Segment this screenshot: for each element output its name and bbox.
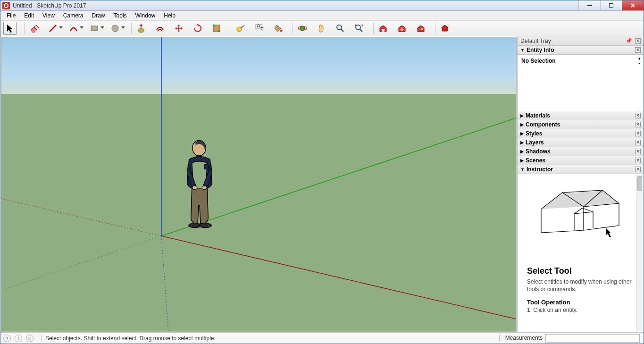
instructor-desc: Select entities to modify when using oth…	[527, 278, 636, 293]
close-button[interactable]: ×	[622, 0, 644, 10]
app-window: Untitled - SketchUp Pro 2017 × FileEditV…	[0, 0, 644, 344]
workspace: Default Tray 📌 × ▼ Entity Info × No Sele…	[0, 36, 644, 332]
menu-draw[interactable]: Draw	[88, 11, 109, 20]
measurements-input[interactable]	[545, 334, 640, 343]
panel-title: Scenes	[526, 157, 545, 164]
menu-window[interactable]: Window	[131, 11, 160, 20]
instructor-illustration	[527, 181, 626, 256]
orbit-tool[interactable]	[296, 22, 309, 35]
scale-figure	[187, 141, 212, 228]
panel-close-icon[interactable]: ×	[635, 158, 641, 163]
rotate-tool[interactable]	[191, 22, 204, 35]
panel-close-icon[interactable]: ×	[635, 47, 641, 53]
menu-edit[interactable]: Edit	[20, 11, 38, 20]
dropdown-arrow-icon[interactable]	[100, 26, 104, 29]
svg-point-16	[356, 25, 360, 30]
warehouse-share[interactable]	[395, 22, 409, 35]
menu-view[interactable]: View	[38, 11, 59, 20]
panel-layers[interactable]: ▶Layers×	[518, 138, 644, 147]
dropdown-arrow-icon[interactable]	[59, 26, 63, 29]
dropdown-arrow-icon[interactable]	[121, 26, 125, 29]
panel-close-icon[interactable]: ×	[635, 113, 641, 118]
window-title: Untitled - SketchUp Pro 2017	[13, 2, 86, 9]
maximize-button[interactable]	[600, 0, 622, 10]
zoom-extents-tool[interactable]	[352, 22, 366, 35]
tray-header[interactable]: Default Tray 📌 ×	[518, 36, 644, 46]
statusbar: ? i ☺ Select objects. Shift to extend se…	[0, 332, 644, 344]
titlebar: Untitled - SketchUp Pro 2017 ×	[0, 0, 644, 11]
svg-text:A1: A1	[257, 24, 264, 29]
info-icon[interactable]: i	[15, 335, 22, 342]
svg-rect-20	[421, 28, 423, 30]
svg-point-14	[337, 25, 342, 30]
dropdown-arrow-icon[interactable]	[80, 26, 84, 29]
line-tool[interactable]	[46, 22, 59, 35]
ruby-console[interactable]	[438, 22, 452, 35]
panel-close-icon[interactable]: ×	[635, 149, 641, 154]
panel-close-icon[interactable]: ×	[635, 167, 641, 172]
panel-close-icon[interactable]: ×	[635, 140, 641, 145]
svg-rect-19	[419, 28, 420, 30]
svg-point-11	[280, 30, 283, 32]
panel-styles[interactable]: ▶Styles×	[518, 129, 644, 138]
main-toolbar: A1	[0, 21, 644, 36]
svg-rect-18	[382, 29, 385, 32]
menu-help[interactable]: Help	[159, 11, 180, 20]
eraser-tool[interactable]	[27, 22, 41, 35]
panel-instructor[interactable]: ▼ Instructor ×	[518, 165, 644, 174]
tape-measure-tool[interactable]	[234, 22, 247, 35]
viewport-3d[interactable]	[1, 37, 517, 332]
chevron-right-icon: ▶	[520, 140, 524, 145]
panel-materials[interactable]: ▶Materials×	[518, 111, 644, 120]
scrollbar[interactable]	[636, 175, 643, 331]
menubar: FileEditViewCameraDrawToolsWindowHelp	[0, 11, 644, 21]
measurements-label: Measurements	[505, 335, 543, 341]
svg-rect-28	[204, 164, 208, 169]
instructor-body: Select Tool Select entities to modify wh…	[518, 174, 644, 332]
svg-line-15	[341, 29, 343, 32]
menu-camera[interactable]: Camera	[59, 11, 88, 20]
push-pull-tool[interactable]	[134, 22, 148, 35]
chevron-down-icon: ▼	[520, 48, 525, 52]
zoom-tool[interactable]	[334, 22, 347, 35]
help-icon[interactable]: ?	[3, 335, 11, 342]
svg-rect-1	[91, 26, 98, 31]
instructor-step: 1. Click on an entity.	[527, 307, 636, 313]
warehouse-get[interactable]	[376, 22, 390, 35]
pin-icon[interactable]: 📌	[626, 38, 632, 44]
tray-close-icon[interactable]: ×	[635, 38, 641, 44]
selection-label: No Selection	[521, 58, 556, 64]
status-hint: Select objects. Shift to extend select. …	[45, 335, 216, 342]
move-tool[interactable]	[172, 22, 185, 35]
svg-point-32	[202, 186, 207, 190]
pan-tool[interactable]	[315, 22, 328, 35]
menu-file[interactable]: File	[2, 11, 20, 20]
panel-close-icon[interactable]: ×	[635, 122, 641, 127]
text-tool[interactable]: A1	[253, 22, 266, 35]
user-icon[interactable]: ☺	[26, 335, 33, 342]
svg-line-22	[161, 118, 516, 236]
arc-tool[interactable]	[67, 22, 80, 35]
chevron-down-icon: ▼	[520, 167, 525, 172]
extension-warehouse[interactable]	[414, 22, 427, 35]
paint-bucket-tool[interactable]	[272, 22, 285, 35]
viewport-axes	[1, 37, 516, 332]
svg-point-31	[192, 186, 197, 190]
app-icon	[2, 2, 10, 9]
chevron-right-icon: ▶	[520, 113, 524, 118]
panel-scenes[interactable]: ▶Scenes×	[518, 156, 644, 165]
svg-point-2	[112, 25, 118, 32]
default-tray: Default Tray 📌 × ▼ Entity Info × No Sele…	[517, 36, 644, 332]
panel-components[interactable]: ▶Components×	[518, 120, 644, 129]
minimize-button[interactable]	[578, 0, 600, 10]
select-tool[interactable]	[3, 22, 17, 35]
panel-close-icon[interactable]: ×	[635, 131, 641, 136]
menu-tools[interactable]: Tools	[109, 11, 131, 20]
circle-tool[interactable]	[109, 22, 122, 35]
panel-shadows[interactable]: ▶Shadows×	[518, 147, 644, 156]
entity-info-body: No Selection ▾▪	[518, 55, 644, 111]
panel-entity-info[interactable]: ▼ Entity Info ×	[518, 46, 644, 55]
offset-tool[interactable]	[153, 22, 167, 35]
scale-tool[interactable]	[210, 22, 223, 35]
rectangle-tool[interactable]	[88, 22, 101, 35]
